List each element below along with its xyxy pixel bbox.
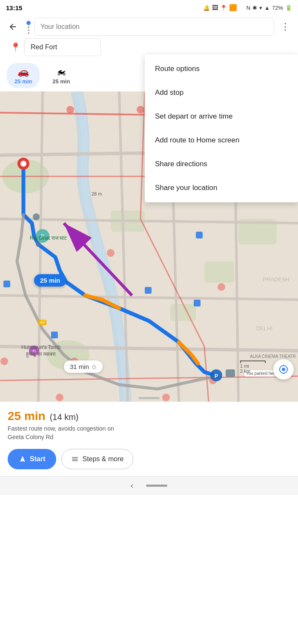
signal-icon: ▲: [264, 5, 270, 11]
menu-depart-arrive[interactable]: Set depart or arrive time: [145, 105, 298, 128]
scale-km: 2 km: [240, 369, 250, 374]
action-buttons: Start Steps & more: [8, 449, 290, 469]
svg-rect-11: [3, 281, 10, 287]
car-time: 25 min: [14, 78, 32, 85]
top-nav: ⋮ 📍: [0, 15, 298, 60]
drag-handle[interactable]: [138, 397, 160, 399]
start-label: Start: [30, 455, 45, 463]
travel-time: 25 min: [8, 409, 46, 423]
svg-point-19: [107, 249, 115, 257]
menu-add-stop[interactable]: Add stop: [145, 81, 298, 105]
route-info-text: Fastest route now, avoids congestion onG…: [8, 425, 290, 441]
origin-dot: [26, 21, 31, 25]
route-line-dots: [28, 26, 29, 34]
svg-point-10: [36, 242, 41, 247]
svg-point-25: [218, 283, 225, 291]
status-icons: 🔔 🖼 📍 🟧 N ✱ ▾ ▲ 72% 🔋: [203, 4, 292, 11]
destination-input[interactable]: [24, 38, 101, 56]
status-bar: 13:15 🔔 🖼 📍 🟧 N ✱ ▾ ▲ 72% 🔋: [0, 0, 298, 15]
bottom-panel: 25 min (14 km) Fastest route now, avoids…: [0, 402, 298, 476]
svg-rect-15: [196, 232, 203, 238]
steps-button[interactable]: Steps & more: [61, 449, 133, 469]
svg-rect-13: [145, 287, 152, 294]
route-time-label: 25 min: [34, 274, 66, 287]
location-icon: 📍: [220, 5, 227, 11]
svg-rect-30: [226, 369, 235, 377]
menu-share-location[interactable]: Share your location: [145, 176, 298, 200]
nfc-icon: N: [246, 5, 250, 11]
svg-point-16: [66, 106, 74, 113]
battery-icon: 🔋: [285, 5, 292, 11]
transport-tab-car[interactable]: 🚗 25 min: [7, 63, 40, 88]
svg-point-8: [20, 161, 26, 167]
my-location-button[interactable]: [273, 359, 294, 380]
travel-distance: (14 km): [50, 412, 79, 422]
app-icon: 🟧: [229, 4, 237, 11]
route-dots: [26, 21, 31, 34]
car-icon: 🚗: [17, 66, 29, 77]
menu-add-home-screen[interactable]: Add route to Home screen: [145, 128, 298, 152]
menu-route-options[interactable]: Route options: [145, 57, 298, 81]
status-time: 13:15: [6, 4, 22, 11]
battery-percentage: 72%: [272, 5, 283, 11]
menu-share-directions[interactable]: Share directions: [145, 152, 298, 176]
home-indicator[interactable]: [146, 485, 167, 487]
svg-rect-14: [194, 300, 201, 306]
wifi-icon: ▾: [259, 5, 262, 11]
bike-icon: 🏍: [57, 66, 66, 77]
context-menu: Route options Add stop Set depart or arr…: [145, 54, 298, 202]
svg-text:P: P: [215, 373, 218, 379]
transport-tab-bike[interactable]: 🏍 25 min: [45, 63, 77, 88]
nav-row1: ⋮: [5, 18, 293, 36]
svg-text:H: H: [32, 349, 35, 354]
origin-input[interactable]: [34, 18, 274, 36]
gallery-icon: 🖼: [212, 4, 218, 11]
bottom-nav: ‹: [0, 476, 298, 495]
time-distance-row: 25 min (14 km): [8, 409, 290, 423]
svg-point-35: [282, 368, 285, 371]
svg-rect-4: [170, 304, 196, 321]
more-options-button[interactable]: ⋮: [278, 19, 293, 34]
back-nav-icon[interactable]: ‹: [131, 481, 133, 490]
svg-point-24: [0, 357, 8, 365]
svg-point-21: [162, 394, 170, 401]
steps-label: Steps & more: [82, 455, 123, 463]
svg-point-22: [56, 394, 63, 401]
svg-rect-12: [51, 332, 58, 338]
nav-row2: 📍: [5, 38, 293, 56]
destination-pin-icon: 📍: [10, 42, 21, 52]
bluetooth-icon: ✱: [252, 5, 257, 11]
notification-icon: 🔔: [203, 5, 210, 11]
scale-line: [240, 360, 266, 363]
start-button[interactable]: Start: [8, 449, 56, 469]
route-time-label2: 31 min ⊙: [64, 360, 103, 373]
back-button[interactable]: [5, 19, 20, 34]
svg-point-17: [137, 106, 144, 113]
svg-rect-6: [204, 261, 234, 283]
svg-text:R: R: [41, 233, 44, 238]
scale-mi: 1 mi: [240, 363, 249, 369]
scale-bar: 1 mi 2 km: [240, 360, 266, 374]
bike-time: 25 min: [52, 78, 70, 85]
svg-point-9: [33, 213, 40, 220]
